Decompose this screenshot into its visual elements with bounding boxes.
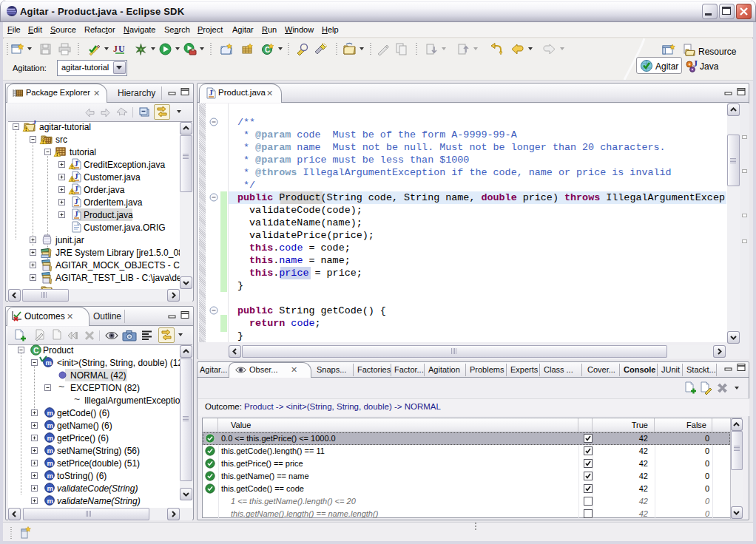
- svg-text:C: C: [265, 46, 270, 54]
- svg-text:J: J: [693, 58, 698, 69]
- svg-text:J: J: [113, 44, 118, 54]
- svg-text:U: U: [118, 44, 125, 54]
